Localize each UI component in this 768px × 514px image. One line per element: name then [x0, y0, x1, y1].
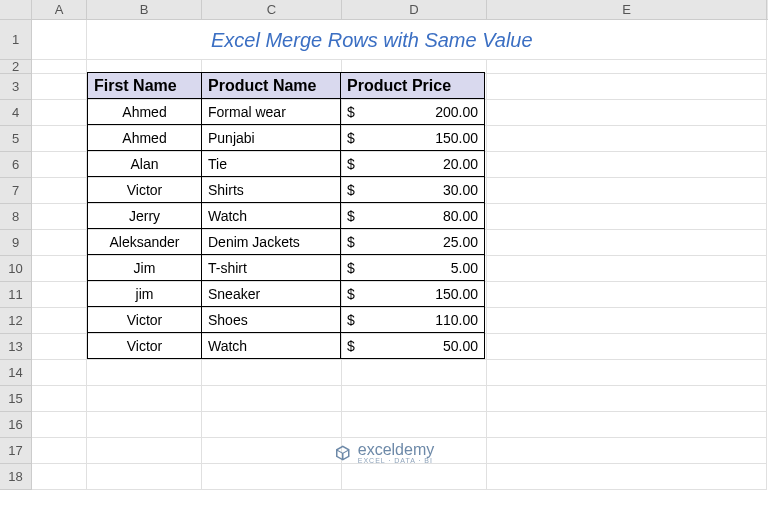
brand-logo: exceldemy EXCEL · DATA · BI: [334, 441, 434, 464]
row-header-1[interactable]: 1: [0, 20, 31, 60]
logo-text: exceldemy: [358, 441, 434, 458]
col-header-A[interactable]: A: [32, 0, 87, 19]
row-header-15[interactable]: 15: [0, 386, 31, 412]
col-header-E[interactable]: E: [487, 0, 767, 19]
col-header-B[interactable]: B: [87, 0, 202, 19]
row-header-14[interactable]: 14: [0, 360, 31, 386]
select-all-corner[interactable]: [0, 0, 32, 19]
row-header-7[interactable]: 7: [0, 178, 31, 204]
row-header-8[interactable]: 8: [0, 204, 31, 230]
cell-area[interactable]: Excel Merge Rows with Same Value: [32, 20, 768, 514]
row-header-17[interactable]: 17: [0, 438, 31, 464]
page-title: Excel Merge Rows with Same Value: [91, 20, 762, 60]
row-header-3[interactable]: 3: [0, 74, 31, 100]
row-header-13[interactable]: 13: [0, 334, 31, 360]
cube-icon: [334, 444, 352, 462]
row-header-16[interactable]: 16: [0, 412, 31, 438]
spreadsheet-grid: A B C D E 1 2 3 4 5 6 7 8 9 10 11 12 13 …: [0, 0, 768, 514]
row-header-10[interactable]: 10: [0, 256, 31, 282]
col-header-C[interactable]: C: [202, 0, 342, 19]
row-header-12[interactable]: 12: [0, 308, 31, 334]
row-header-6[interactable]: 6: [0, 152, 31, 178]
logo-tagline: EXCEL · DATA · BI: [358, 457, 434, 464]
column-headers: A B C D E: [0, 0, 768, 20]
row-header-9[interactable]: 9: [0, 230, 31, 256]
row-header-2[interactable]: 2: [0, 60, 31, 74]
row-header-4[interactable]: 4: [0, 100, 31, 126]
row-header-5[interactable]: 5: [0, 126, 31, 152]
row-header-11[interactable]: 11: [0, 282, 31, 308]
row-header-18[interactable]: 18: [0, 464, 31, 490]
row-headers: 1 2 3 4 5 6 7 8 9 10 11 12 13 14 15 16 1…: [0, 20, 32, 490]
col-header-D[interactable]: D: [342, 0, 487, 19]
